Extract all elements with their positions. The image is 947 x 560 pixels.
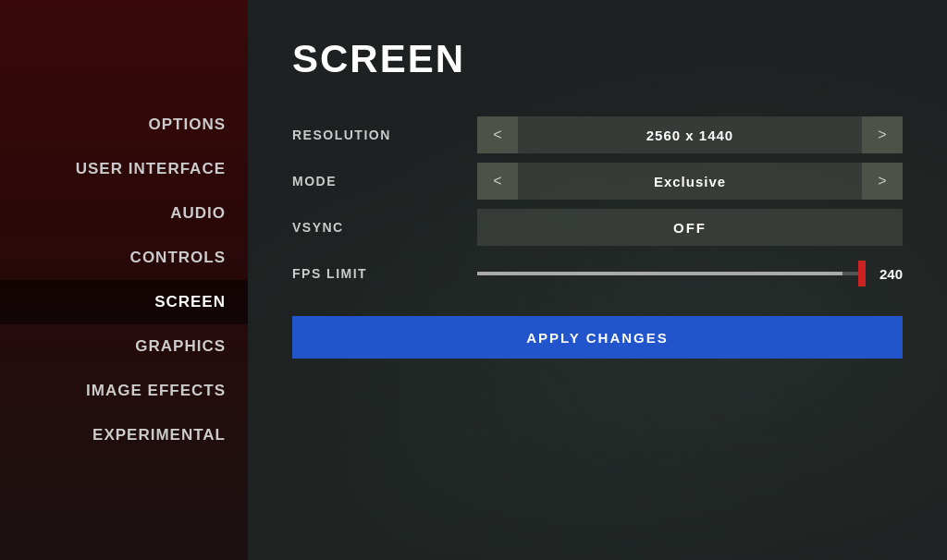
sidebar-item-controls[interactable]: CONTROLS [0,236,248,280]
resolution-prev-button[interactable]: < [477,116,518,153]
sidebar: OPTIONS USER INTERFACE AUDIO CONTROLS SC… [0,0,248,560]
fps-slider-fill [477,272,842,275]
resolution-label: RESOLUTION [292,128,477,142]
vsync-label: VSYNC [292,220,477,235]
mode-control: < Exclusive > [477,163,903,200]
fps-limit-row: FPS LIMIT 240 [292,253,903,294]
sidebar-item-image-effects[interactable]: IMAGE EFFECTS [0,369,248,413]
main-content: SCREEN RESOLUTION < 2560 x 1440 > MODE <… [248,0,947,560]
sidebar-item-user-interface[interactable]: USER INTERFACE [0,147,248,191]
mode-next-button[interactable]: > [862,163,903,200]
fps-slider-value: 240 [869,266,903,282]
resolution-control: < 2560 x 1440 > [477,116,903,153]
fps-limit-label: FPS LIMIT [292,266,477,281]
sidebar-nav: OPTIONS USER INTERFACE AUDIO CONTROLS SC… [0,103,248,457]
sidebar-item-options[interactable]: OPTIONS [0,103,248,147]
sidebar-item-experimental[interactable]: EXPERIMENTAL [0,413,248,457]
resolution-row: RESOLUTION < 2560 x 1440 > [292,115,903,155]
sidebar-item-audio[interactable]: AUDIO [0,191,248,236]
mode-row: MODE < Exclusive > [292,161,903,201]
resolution-value: 2560 x 1440 [518,128,862,143]
settings-section: RESOLUTION < 2560 x 1440 > MODE < Exclus… [292,115,903,359]
fps-slider-container: 240 [477,266,903,282]
sidebar-item-graphics[interactable]: GRAPHICS [0,324,248,369]
vsync-control: OFF [477,209,903,246]
mode-value: Exclusive [518,174,862,189]
mode-selector[interactable]: < Exclusive > [477,163,903,200]
mode-label: MODE [292,174,477,189]
vsync-toggle[interactable]: OFF [477,209,903,246]
vsync-row: VSYNC OFF [292,207,903,248]
apply-changes-button[interactable]: APPLY CHANGES [292,316,903,359]
page-title: SCREEN [292,37,903,81]
fps-slider-thumb[interactable] [858,261,866,286]
fps-limit-control: 240 [477,266,903,282]
mode-prev-button[interactable]: < [477,163,518,200]
fps-slider-track[interactable] [477,272,862,275]
sidebar-item-screen[interactable]: SCREEN [0,280,248,324]
resolution-next-button[interactable]: > [862,116,903,153]
resolution-selector[interactable]: < 2560 x 1440 > [477,116,903,153]
